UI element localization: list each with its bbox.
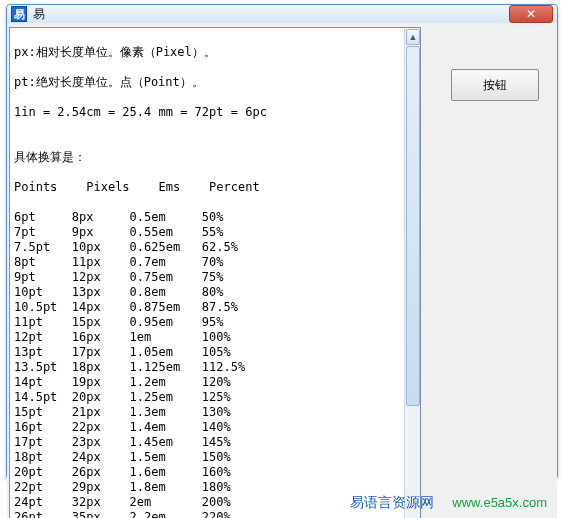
intro-line: px:相对长度单位。像素（Pixel）。 [14, 45, 400, 60]
table-row: 9pt 12px 0.75em 75% [14, 270, 400, 285]
table-row: 16pt 22px 1.4em 140% [14, 420, 400, 435]
conversion-text-area[interactable]: px:相对长度单位。像素（Pixel）。 pt:绝对长度单位。点（Point）。… [10, 28, 404, 518]
table-row: 13.5pt 18px 1.125em 112.5% [14, 360, 400, 375]
intro-line: pt:绝对长度单位。点（Point）。 [14, 75, 400, 90]
table-row: 17pt 23px 1.45em 145% [14, 435, 400, 450]
table-row: 10pt 13px 0.8em 80% [14, 285, 400, 300]
table-row: 18pt 24px 1.5em 150% [14, 450, 400, 465]
window-title: 易 [33, 6, 509, 23]
client-area: px:相对长度单位。像素（Pixel）。 pt:绝对长度单位。点（Point）。… [7, 23, 557, 518]
table-row: 6pt 8px 0.5em 50% [14, 210, 400, 225]
action-button[interactable]: 按钮 [451, 69, 539, 101]
scroll-up-button[interactable]: ▲ [406, 29, 420, 45]
app-icon: 易 [11, 6, 27, 22]
close-icon: ✕ [526, 7, 536, 21]
table-row: 8pt 11px 0.7em 70% [14, 255, 400, 270]
vertical-scrollbar[interactable]: ▲ ▼ [404, 28, 420, 518]
table-row: 20pt 26px 1.6em 160% [14, 465, 400, 480]
app-window: 易 易 ✕ px:相对长度单位。像素（Pixel）。 pt:绝对长度单位。点（P… [6, 4, 558, 480]
titlebar: 易 易 ✕ [7, 5, 557, 23]
table-row: 13pt 17px 1.05em 105% [14, 345, 400, 360]
chevron-up-icon: ▲ [409, 32, 418, 42]
footer-brand: 易语言资源网 [350, 494, 434, 512]
table-row: 14.5pt 20px 1.25em 125% [14, 390, 400, 405]
table-header: Points Pixels Ems Percent [14, 180, 400, 195]
intro-line: 1in = 2.54cm = 25.4 mm = 72pt = 6pc [14, 105, 400, 120]
footer: 易语言资源网 www.e5a5x.com [350, 494, 547, 512]
intro-line: 具体换算是： [14, 150, 400, 165]
table-row: 26pt 35px 2.2em 220% [14, 510, 400, 518]
scroll-thumb[interactable] [406, 46, 420, 406]
close-button[interactable]: ✕ [509, 5, 553, 23]
right-pane: 按钮 [439, 27, 551, 518]
table-row: 10.5pt 14px 0.875em 87.5% [14, 300, 400, 315]
table-row: 7pt 9px 0.55em 55% [14, 225, 400, 240]
table-row: 24pt 32px 2em 200% [14, 495, 400, 510]
table-row: 11pt 15px 0.95em 95% [14, 315, 400, 330]
footer-url: www.e5a5x.com [452, 495, 547, 510]
table-row: 7.5pt 10px 0.625em 62.5% [14, 240, 400, 255]
table-row: 15pt 21px 1.3em 130% [14, 405, 400, 420]
table-row: 22pt 29px 1.8em 180% [14, 480, 400, 495]
table-row: 12pt 16px 1em 100% [14, 330, 400, 345]
table-row: 14pt 19px 1.2em 120% [14, 375, 400, 390]
text-area-container: px:相对长度单位。像素（Pixel）。 pt:绝对长度单位。点（Point）。… [9, 27, 421, 518]
